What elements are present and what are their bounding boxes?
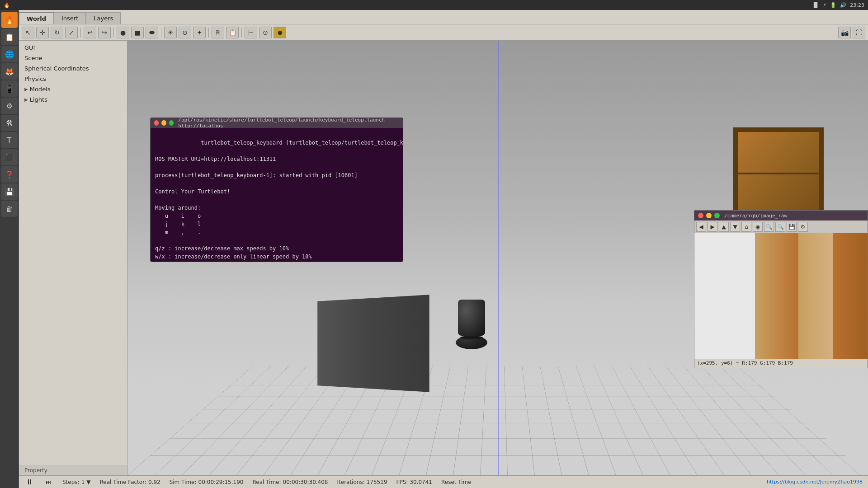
rotate-tool-button[interactable]: ↻ bbox=[51, 27, 63, 38]
snap-button[interactable]: ⊙ bbox=[259, 27, 272, 38]
tab-layers[interactable]: Layers bbox=[86, 12, 121, 24]
3d-wall-object bbox=[317, 295, 429, 392]
camera-body bbox=[694, 233, 868, 359]
system-bar-right: ▐▌ ⚡ 🔋 🔊 23:23 bbox=[812, 2, 864, 8]
step-button[interactable]: ⏭ bbox=[43, 477, 53, 487]
toolbar-separator-5 bbox=[241, 28, 242, 38]
shelf-1 bbox=[734, 173, 823, 174]
cam-up-button[interactable]: ▲ bbox=[719, 222, 729, 232]
left-panel: GUI Scene Spherical Coordinates Physics … bbox=[19, 41, 127, 475]
viewport-canvas: /opt/ros/kinetic/share/turtlebot_teleop/… bbox=[127, 41, 868, 475]
iterations-item: Iterations: 175519 bbox=[337, 479, 387, 485]
tree-item-gui[interactable]: GUI bbox=[19, 42, 127, 53]
middle-area: GUI Scene Spherical Coordinates Physics … bbox=[19, 41, 868, 475]
grid-overlay bbox=[127, 366, 868, 475]
select-tool-button[interactable]: ↖ bbox=[22, 27, 34, 38]
tree-item-scene[interactable]: Scene bbox=[19, 53, 127, 63]
camera-close-button[interactable] bbox=[698, 213, 703, 218]
sun-light-button[interactable]: ☀ bbox=[164, 27, 177, 38]
tree-item-spherical-coords[interactable]: Spherical Coordinates bbox=[19, 63, 127, 74]
record-button[interactable]: ⏺ bbox=[274, 27, 286, 38]
sidebar-icon-files[interactable]: 📋 bbox=[1, 29, 18, 45]
content-area: World Insert Layers ↖ ✛ ↻ ⤢ ↩ ↪ ● ■ ⬬ ☀ … bbox=[19, 10, 868, 488]
tree-item-lights[interactable]: Lights bbox=[19, 94, 127, 105]
real-time-item: Real Time: 00:00:30:30.408 bbox=[252, 479, 328, 485]
cam-down-button[interactable]: ▼ bbox=[730, 222, 740, 232]
system-bar-left: 🔥 bbox=[4, 2, 10, 8]
3d-robot-object bbox=[453, 300, 490, 354]
sidebar-icon-tools[interactable]: 🛠 bbox=[1, 115, 18, 131]
translate-tool-button[interactable]: ✛ bbox=[36, 27, 49, 38]
terminal-body[interactable]: turtlebot_teleop_keyboard (turtlebot_tel… bbox=[151, 128, 403, 262]
main-layout: 🔥 📋 🌐 🦊 📱 ⚙ 🛠 T ⬛ ❓ 💾 🗑 World Insert Lay… bbox=[0, 10, 868, 488]
sidebar-icon-globe[interactable]: 🌐 bbox=[1, 46, 18, 62]
dir-light-button[interactable]: ✦ bbox=[193, 27, 206, 38]
spot-light-button[interactable]: ⊙ bbox=[179, 27, 191, 38]
toolbar-separator-4 bbox=[208, 28, 209, 38]
cam-home-button[interactable]: ⌂ bbox=[741, 222, 751, 232]
system-bar: 🔥 ▐▌ ⚡ 🔋 🔊 23:23 bbox=[0, 0, 868, 10]
cam-back-button[interactable]: ◀ bbox=[696, 222, 706, 232]
sidebar-icon-apps[interactable]: 📱 bbox=[1, 80, 18, 97]
toolbar-separator-3 bbox=[161, 28, 161, 38]
camera-maximize-button[interactable] bbox=[714, 213, 720, 218]
steps-label: Steps: bbox=[62, 479, 80, 485]
sim-time-label: Sim Time: bbox=[170, 479, 197, 485]
redo-button[interactable]: ↪ bbox=[98, 27, 111, 38]
status-bar: ⏸ ⏭ Steps: 1 ▼ Real Time Factor: 0.92 Si… bbox=[19, 475, 868, 488]
terminal-close-button[interactable] bbox=[154, 120, 159, 126]
camera-toolbar: ◀ ▶ ▲ ▼ ⌂ ◉ 🔍 🔍 💾 ⚙ bbox=[694, 221, 868, 233]
tree-item-models[interactable]: Models bbox=[19, 84, 127, 94]
copy-button[interactable]: ⎘ bbox=[212, 27, 224, 38]
cam-settings-button[interactable]: ⚙ bbox=[798, 222, 808, 232]
tree-item-physics[interactable]: Physics bbox=[19, 74, 127, 84]
sidebar-icon-help[interactable]: ❓ bbox=[1, 166, 18, 183]
sphere-button[interactable]: ● bbox=[117, 27, 129, 38]
tab-bar: World Insert Layers bbox=[19, 10, 868, 24]
reset-time-item[interactable]: Reset Time bbox=[441, 479, 472, 485]
sidebar-icon-terminal[interactable]: ⬛ bbox=[1, 149, 18, 165]
camera-titlebar: /camera/rgb/image_raw bbox=[694, 211, 868, 221]
cylinder-button[interactable]: ⬬ bbox=[146, 27, 158, 38]
cam-zoom-out-button[interactable]: 🔍 bbox=[775, 222, 785, 232]
fullscreen-button[interactable]: ⛶ bbox=[853, 27, 865, 38]
tab-insert[interactable]: Insert bbox=[54, 12, 86, 24]
terminal-content: turtlebot_teleop_keyboard (turtlebot_tel… bbox=[155, 140, 403, 262]
undo-button[interactable]: ↩ bbox=[84, 27, 96, 38]
toolbar-separator-1 bbox=[80, 28, 81, 38]
sidebar-icon-settings[interactable]: ⚙ bbox=[1, 98, 18, 114]
battery-icon: 🔋 bbox=[830, 2, 836, 8]
screenshot-button[interactable]: 📷 bbox=[838, 27, 851, 38]
wifi-icon: ▐▌ bbox=[812, 2, 820, 8]
box-button[interactable]: ■ bbox=[131, 27, 144, 38]
terminal-title: /opt/ros/kinetic/share/turtlebot_teleop/… bbox=[178, 117, 399, 129]
sidebar-icon-text[interactable]: T bbox=[1, 132, 18, 148]
status-url[interactable]: https://blog.csdn.net/JeremyZhao1998 bbox=[767, 479, 863, 485]
toolbar: ↖ ✛ ↻ ⤢ ↩ ↪ ● ■ ⬬ ☀ ⊙ ✦ ⎘ 📋 ⊢ ⊙ ⏺ 📷 ⛶ bbox=[19, 24, 868, 41]
pause-button[interactable]: ⏸ bbox=[24, 477, 34, 487]
iterations-label: Iterations: bbox=[337, 479, 365, 485]
align-button[interactable]: ⊢ bbox=[245, 27, 257, 38]
cam-zoom-in-button[interactable]: 🔍 bbox=[764, 222, 774, 232]
left-sidebar: 🔥 📋 🌐 🦊 📱 ⚙ 🛠 T ⬛ ❓ 💾 🗑 bbox=[0, 10, 19, 488]
cam-forward-button[interactable]: ▶ bbox=[708, 222, 717, 232]
viewport[interactable]: /opt/ros/kinetic/share/turtlebot_teleop/… bbox=[127, 41, 868, 475]
property-panel-label: Property bbox=[19, 465, 127, 475]
cam-save-button[interactable]: 💾 bbox=[787, 222, 797, 232]
camera-minimize-button[interactable] bbox=[706, 213, 712, 218]
camera-window[interactable]: /camera/rgb/image_raw ◀ ▶ ▲ ▼ ⌂ ◉ 🔍 🔍 💾 bbox=[694, 210, 868, 368]
robot-body bbox=[458, 300, 485, 336]
terminal-window[interactable]: /opt/ros/kinetic/share/turtlebot_teleop/… bbox=[150, 117, 403, 262]
cam-capture-button[interactable]: ◉ bbox=[753, 222, 763, 232]
tab-world[interactable]: World bbox=[19, 12, 54, 24]
scale-tool-button[interactable]: ⤢ bbox=[65, 27, 78, 38]
sidebar-icon-fire[interactable]: 🔥 bbox=[1, 12, 18, 28]
camera-title: /camera/rgb/image_raw bbox=[724, 213, 787, 219]
sidebar-icon-browser[interactable]: 🦊 bbox=[1, 63, 18, 80]
sidebar-icon-save[interactable]: 💾 bbox=[1, 183, 18, 200]
reset-time-label[interactable]: Reset Time bbox=[441, 479, 472, 485]
terminal-minimize-button[interactable] bbox=[161, 120, 166, 126]
paste-button[interactable]: 📋 bbox=[226, 27, 239, 38]
terminal-maximize-button[interactable] bbox=[169, 120, 174, 126]
sidebar-icon-trash[interactable]: 🗑 bbox=[1, 201, 18, 217]
